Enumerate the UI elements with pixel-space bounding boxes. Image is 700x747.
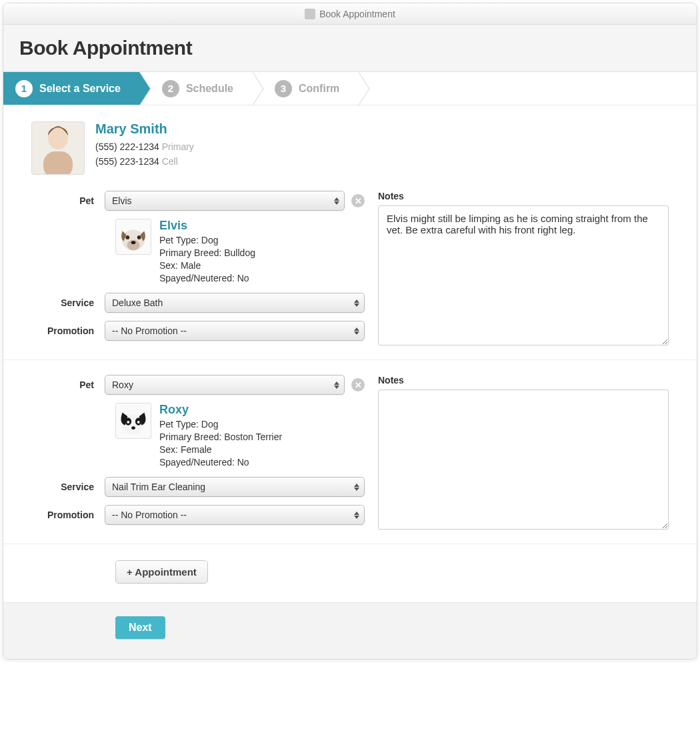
pet-select[interactable]: Elvis (105, 191, 345, 211)
app-icon (305, 9, 315, 19)
pet-spayed: Spayed/Neutered: No (159, 456, 282, 469)
svg-rect-1 (43, 151, 73, 174)
wizard-steps: 1 Select a Service 2 Schedule 3 Confirm (3, 72, 697, 105)
footer: Next (3, 602, 697, 659)
remove-pet-button[interactable]: ✕ (351, 378, 365, 392)
pet-name: Roxy (159, 403, 282, 417)
appointment-block: Pet Elvis ✕ (31, 187, 669, 359)
modal-window: Book Appointment Book Appointment 1 Sele… (3, 3, 697, 660)
page-header: Book Appointment (3, 25, 697, 72)
pet-card: Elvis Pet Type: Dog Primary Breed: Bulld… (115, 219, 365, 285)
close-icon: ✕ (355, 380, 362, 390)
service-label: Service (31, 482, 105, 492)
step-select-service[interactable]: 1 Select a Service (3, 72, 139, 105)
page-title: Book Appointment (19, 37, 681, 59)
next-button[interactable]: Next (115, 616, 165, 639)
person-icon (34, 122, 82, 174)
pet-sex: Sex: Female (159, 444, 282, 456)
pet-label: Pet (31, 195, 105, 206)
svg-point-5 (137, 235, 141, 239)
step-confirm[interactable]: 3 Confirm (252, 72, 358, 105)
svg-point-10 (127, 421, 129, 424)
customer-name: Mary Smith (95, 121, 194, 137)
notes-label: Notes (378, 375, 669, 386)
customer-avatar (31, 121, 85, 175)
service-label: Service (31, 297, 105, 308)
customer-phone-cell: (555) 223-1234 Cell (95, 154, 194, 169)
pet-photo (115, 403, 151, 439)
promotion-select[interactable]: -- No Promotion -- (105, 321, 365, 341)
customer-card: Mary Smith (555) 222-1234 Primary (555) … (31, 121, 669, 175)
window-title: Book Appointment (319, 9, 395, 19)
promotion-label: Promotion (31, 325, 105, 336)
step-number: 1 (15, 80, 33, 97)
close-icon: ✕ (355, 196, 362, 206)
pet-type: Pet Type: Dog (159, 418, 282, 431)
svg-point-6 (131, 241, 136, 244)
dog-icon (116, 219, 151, 254)
service-select[interactable]: Nail Trim Ear Cleaning (105, 477, 365, 497)
step-schedule[interactable]: 2 Schedule (139, 72, 252, 105)
appointment-block: Pet Roxy ✕ (31, 360, 669, 544)
step-label: Confirm (299, 83, 339, 95)
pet-breed: Primary Breed: Bulldog (159, 247, 255, 259)
pet-card: Roxy Pet Type: Dog Primary Breed: Boston… (115, 403, 365, 469)
pet-breed: Primary Breed: Boston Terrier (159, 431, 282, 444)
step-number: 2 (162, 80, 179, 97)
pet-select[interactable]: Roxy (105, 375, 345, 395)
dog-icon (116, 404, 151, 438)
remove-pet-button[interactable]: ✕ (351, 194, 365, 207)
add-appointment-button[interactable]: + Appointment (115, 560, 208, 584)
step-label: Select a Service (39, 83, 121, 95)
window-titlebar: Book Appointment (3, 3, 697, 25)
promotion-label: Promotion (31, 510, 105, 520)
pet-name: Elvis (159, 219, 255, 233)
pet-sex: Sex: Male (159, 259, 255, 272)
step-number: 3 (275, 80, 292, 97)
notes-textarea[interactable] (378, 390, 669, 530)
step-label: Schedule (186, 83, 233, 95)
pet-label: Pet (31, 380, 105, 390)
notes-textarea[interactable] (378, 205, 669, 345)
customer-info: Mary Smith (555) 222-1234 Primary (555) … (95, 121, 194, 175)
service-select[interactable]: Deluxe Bath (105, 293, 365, 313)
svg-point-11 (137, 421, 140, 424)
content-area: Mary Smith (555) 222-1234 Primary (555) … (3, 105, 697, 602)
notes-label: Notes (378, 191, 669, 201)
svg-point-12 (131, 426, 135, 430)
promotion-select[interactable]: -- No Promotion -- (105, 505, 365, 525)
pet-spayed: Spayed/Neutered: No (159, 272, 255, 285)
pet-photo (115, 219, 151, 255)
svg-point-4 (125, 235, 129, 239)
customer-phone-primary: (555) 222-1234 Primary (95, 139, 194, 154)
pet-type: Pet Type: Dog (159, 234, 255, 247)
